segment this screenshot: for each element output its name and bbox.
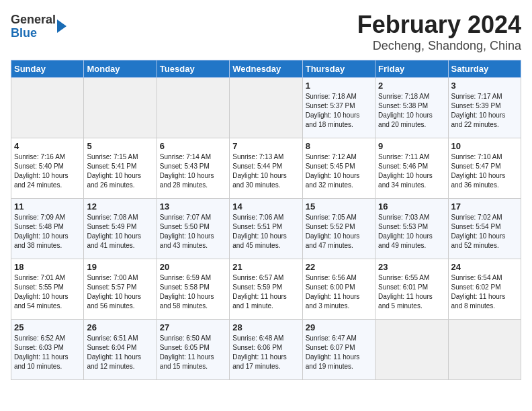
column-header-saturday: Saturday [448, 60, 521, 78]
calendar-cell: 23Sunrise: 6:55 AM Sunset: 6:01 PM Dayli… [375, 259, 448, 320]
day-info: Sunrise: 6:47 AM Sunset: 6:07 PM Dayligh… [306, 334, 372, 371]
calendar-cell: 9Sunrise: 7:11 AM Sunset: 5:46 PM Daylig… [375, 138, 448, 199]
day-info: Sunrise: 6:55 AM Sunset: 6:01 PM Dayligh… [378, 273, 445, 311]
calendar-cell: 22Sunrise: 6:56 AM Sunset: 6:00 PM Dayli… [302, 259, 375, 320]
day-number: 7 [232, 141, 299, 151]
column-header-wednesday: Wednesday [230, 60, 302, 78]
day-info: Sunrise: 6:54 AM Sunset: 6:02 PM Dayligh… [451, 273, 518, 311]
calendar-subtitle: Decheng, Shandong, China [357, 39, 521, 53]
calendar-week-1: 1Sunrise: 7:18 AM Sunset: 5:37 PM Daylig… [11, 78, 521, 138]
day-number: 24 [451, 262, 518, 272]
calendar-cell [230, 78, 302, 138]
day-info: Sunrise: 6:56 AM Sunset: 6:00 PM Dayligh… [306, 273, 372, 311]
column-header-monday: Monday [84, 60, 157, 78]
column-header-tuesday: Tuesday [157, 60, 229, 78]
calendar-cell: 16Sunrise: 7:03 AM Sunset: 5:53 PM Dayli… [375, 199, 448, 259]
logo-arrow-icon [57, 19, 66, 33]
day-number: 18 [14, 262, 81, 272]
calendar-cell: 10Sunrise: 7:10 AM Sunset: 5:47 PM Dayli… [448, 138, 521, 199]
day-number: 3 [451, 81, 518, 91]
calendar-title: February 2024 [357, 11, 521, 39]
column-header-friday: Friday [375, 60, 448, 78]
calendar-week-4: 18Sunrise: 7:01 AM Sunset: 5:55 PM Dayli… [11, 259, 521, 320]
calendar-week-3: 11Sunrise: 7:09 AM Sunset: 5:48 PM Dayli… [11, 199, 521, 259]
day-info: Sunrise: 7:18 AM Sunset: 5:37 PM Dayligh… [306, 92, 372, 130]
logo-text: General Blue [11, 13, 56, 40]
day-number: 29 [306, 322, 372, 332]
calendar-cell: 13Sunrise: 7:07 AM Sunset: 5:50 PM Dayli… [157, 199, 229, 259]
day-number: 4 [14, 141, 81, 151]
day-info: Sunrise: 7:01 AM Sunset: 5:55 PM Dayligh… [14, 273, 81, 311]
day-info: Sunrise: 6:52 AM Sunset: 6:03 PM Dayligh… [14, 334, 81, 371]
day-info: Sunrise: 7:07 AM Sunset: 5:50 PM Dayligh… [160, 213, 226, 250]
title-block: February 2024 Decheng, Shandong, China [357, 11, 521, 53]
day-info: Sunrise: 6:50 AM Sunset: 6:05 PM Dayligh… [160, 334, 226, 371]
day-info: Sunrise: 6:57 AM Sunset: 5:59 PM Dayligh… [232, 273, 299, 311]
calendar-cell: 3Sunrise: 7:17 AM Sunset: 5:39 PM Daylig… [448, 78, 521, 138]
day-info: Sunrise: 7:12 AM Sunset: 5:45 PM Dayligh… [306, 152, 372, 190]
day-info: Sunrise: 7:05 AM Sunset: 5:52 PM Dayligh… [306, 213, 372, 250]
day-number: 2 [378, 81, 445, 91]
column-header-thursday: Thursday [302, 60, 375, 78]
day-number: 14 [232, 201, 299, 212]
day-info: Sunrise: 6:59 AM Sunset: 5:58 PM Dayligh… [160, 273, 226, 311]
logo-blue: Blue [11, 27, 56, 40]
calendar-cell: 4Sunrise: 7:16 AM Sunset: 5:40 PM Daylig… [11, 138, 84, 199]
day-info: Sunrise: 7:06 AM Sunset: 5:51 PM Dayligh… [232, 213, 299, 250]
day-info: Sunrise: 7:16 AM Sunset: 5:40 PM Dayligh… [14, 152, 81, 190]
day-number: 19 [87, 262, 153, 272]
day-number: 1 [306, 81, 372, 91]
day-number: 23 [378, 262, 445, 272]
day-info: Sunrise: 7:14 AM Sunset: 5:43 PM Dayligh… [160, 152, 226, 190]
day-number: 9 [378, 141, 445, 151]
logo: General Blue [11, 13, 66, 40]
column-header-sunday: Sunday [11, 60, 84, 78]
day-number: 26 [87, 322, 153, 332]
calendar-week-5: 25Sunrise: 6:52 AM Sunset: 6:03 PM Dayli… [11, 320, 521, 380]
calendar-cell: 7Sunrise: 7:13 AM Sunset: 5:44 PM Daylig… [230, 138, 302, 199]
day-number: 17 [451, 201, 518, 212]
calendar-cell: 19Sunrise: 7:00 AM Sunset: 5:57 PM Dayli… [84, 259, 157, 320]
day-number: 13 [160, 201, 226, 212]
day-info: Sunrise: 7:09 AM Sunset: 5:48 PM Dayligh… [14, 213, 81, 250]
calendar-cell: 25Sunrise: 6:52 AM Sunset: 6:03 PM Dayli… [11, 320, 84, 380]
calendar-cell: 5Sunrise: 7:15 AM Sunset: 5:41 PM Daylig… [84, 138, 157, 199]
day-info: Sunrise: 7:02 AM Sunset: 5:54 PM Dayligh… [451, 213, 518, 250]
day-number: 8 [306, 141, 372, 151]
day-number: 27 [160, 322, 226, 332]
calendar-cell: 18Sunrise: 7:01 AM Sunset: 5:55 PM Dayli… [11, 259, 84, 320]
calendar-cell: 26Sunrise: 6:51 AM Sunset: 6:04 PM Dayli… [84, 320, 157, 380]
day-number: 20 [160, 262, 226, 272]
day-number: 15 [306, 201, 372, 212]
calendar-cell: 6Sunrise: 7:14 AM Sunset: 5:43 PM Daylig… [157, 138, 229, 199]
day-info: Sunrise: 7:11 AM Sunset: 5:46 PM Dayligh… [378, 152, 445, 190]
calendar-week-2: 4Sunrise: 7:16 AM Sunset: 5:40 PM Daylig… [11, 138, 521, 199]
day-number: 22 [306, 262, 372, 272]
calendar-cell [84, 78, 157, 138]
day-number: 10 [451, 141, 518, 151]
calendar-cell: 24Sunrise: 6:54 AM Sunset: 6:02 PM Dayli… [448, 259, 521, 320]
calendar-cell: 14Sunrise: 7:06 AM Sunset: 5:51 PM Dayli… [230, 199, 302, 259]
day-number: 12 [87, 201, 153, 212]
day-info: Sunrise: 7:08 AM Sunset: 5:49 PM Dayligh… [87, 213, 153, 250]
calendar-header-row: SundayMondayTuesdayWednesdayThursdayFrid… [11, 60, 521, 78]
calendar-cell [448, 320, 521, 380]
calendar-cell: 12Sunrise: 7:08 AM Sunset: 5:49 PM Dayli… [84, 199, 157, 259]
day-info: Sunrise: 6:51 AM Sunset: 6:04 PM Dayligh… [87, 334, 153, 371]
day-number: 16 [378, 201, 445, 212]
calendar-cell: 21Sunrise: 6:57 AM Sunset: 5:59 PM Dayli… [230, 259, 302, 320]
calendar-cell: 15Sunrise: 7:05 AM Sunset: 5:52 PM Dayli… [302, 199, 375, 259]
day-info: Sunrise: 7:18 AM Sunset: 5:38 PM Dayligh… [378, 92, 445, 130]
calendar-cell: 2Sunrise: 7:18 AM Sunset: 5:38 PM Daylig… [375, 78, 448, 138]
calendar-cell [375, 320, 448, 380]
calendar-cell: 11Sunrise: 7:09 AM Sunset: 5:48 PM Dayli… [11, 199, 84, 259]
day-info: Sunrise: 7:10 AM Sunset: 5:47 PM Dayligh… [451, 152, 518, 190]
calendar-cell: 28Sunrise: 6:48 AM Sunset: 6:06 PM Dayli… [230, 320, 302, 380]
day-info: Sunrise: 7:03 AM Sunset: 5:53 PM Dayligh… [378, 213, 445, 250]
day-number: 28 [232, 322, 299, 332]
calendar-cell: 20Sunrise: 6:59 AM Sunset: 5:58 PM Dayli… [157, 259, 229, 320]
day-info: Sunrise: 7:13 AM Sunset: 5:44 PM Dayligh… [232, 152, 299, 190]
day-number: 21 [232, 262, 299, 272]
calendar-cell: 1Sunrise: 7:18 AM Sunset: 5:37 PM Daylig… [302, 78, 375, 138]
calendar-cell: 27Sunrise: 6:50 AM Sunset: 6:05 PM Dayli… [157, 320, 229, 380]
